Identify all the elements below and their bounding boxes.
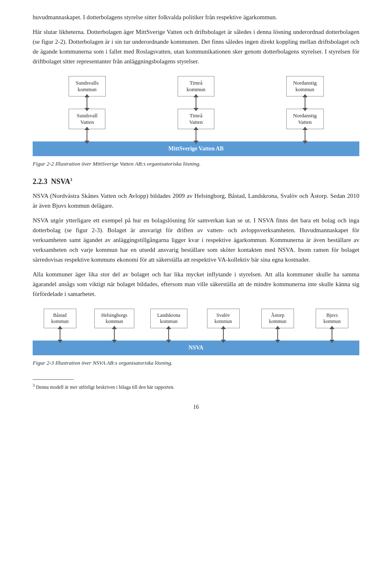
diagram1-col-2: Timrå kommun Timrå Vatten bbox=[142, 76, 251, 141]
box-timra-kommun: Timrå kommun bbox=[178, 76, 214, 96]
diagram-nsva: Båstad kommun Helsingborgs kommun Landsk… bbox=[33, 309, 359, 355]
diagram2-caption: Figur 2-3 Illustration över NSVA AB:s or… bbox=[33, 359, 359, 368]
diagram2-col-3: Landskrona kommun bbox=[142, 309, 196, 341]
box-nordanstig-kommun: Nordanstig kommun bbox=[286, 76, 324, 96]
diagram1-caption: Figur 2-2 Illustration över MittSverige … bbox=[33, 159, 359, 168]
box-landskrona-kommun: Landskrona kommun bbox=[150, 309, 187, 328]
diagram1-col-1: Sundsvalls kommun Sundsvall Vatten bbox=[33, 76, 142, 141]
paragraph-1: huvudmannaskapet. I dotterbolagens styre… bbox=[33, 12, 359, 22]
diagram2-col-4: Svalöv kommun bbox=[196, 309, 250, 341]
paragraph-3: NSVA (Nordvästra Skånes Vatten och Avlop… bbox=[33, 191, 359, 211]
page-content: huvudmannaskapet. I dotterbolagens styre… bbox=[33, 12, 359, 410]
box-sundsvall-vatten: Sundsvall Vatten bbox=[69, 109, 105, 129]
arrow-2b bbox=[196, 129, 196, 141]
arrow-d2-6 bbox=[332, 328, 332, 341]
arrow-3 bbox=[305, 96, 305, 109]
box-svalov-kommun: Svalöv kommun bbox=[207, 309, 240, 328]
paragraph-2: Här slutar likheterna. Dotterbolagen äge… bbox=[33, 27, 359, 66]
diagram2-bottom-bar: NSVA bbox=[33, 341, 359, 355]
box-astorp-kommun: Åstorp kommun bbox=[261, 309, 294, 328]
arrow-3b bbox=[305, 129, 305, 141]
diagram2-col-5: Åstorp kommun bbox=[250, 309, 305, 341]
arrow-1 bbox=[87, 96, 87, 109]
arrow-d2-1 bbox=[60, 328, 60, 341]
arrow-d2-4 bbox=[223, 328, 224, 341]
diagram2-col-1: Båstad kommun bbox=[33, 309, 87, 341]
box-timra-vatten: Timrå Vatten bbox=[178, 109, 214, 129]
arrow-d2-2 bbox=[114, 328, 115, 341]
box-bjuvs-kommun: Bjuvs kommun bbox=[316, 309, 348, 328]
section-heading-nsva: 2.2.3 NSVA3 bbox=[33, 177, 359, 187]
arrow-d2-5 bbox=[277, 328, 278, 341]
box-helsingborgs-kommun: Helsingborgs kommun bbox=[94, 309, 134, 328]
paragraph-4: NSVA utgör ytterligare ett exempel på hu… bbox=[33, 215, 359, 264]
paragraph-5: Alla kommuner äger lika stor del av bola… bbox=[33, 269, 359, 299]
arrow-d2-3 bbox=[168, 328, 169, 341]
diagram2-col-6: Bjuvs kommun bbox=[305, 309, 359, 341]
footnote: 3 Denna modell är mer utförligt beskrive… bbox=[33, 382, 359, 391]
footnote-divider bbox=[33, 379, 74, 380]
box-nordanstig-vatten: Nordanstig Vatten bbox=[286, 109, 324, 129]
page-number: 16 bbox=[33, 404, 359, 410]
diagram2-top-row: Båstad kommun Helsingborgs kommun Landsk… bbox=[33, 309, 359, 341]
arrow-1b bbox=[87, 129, 87, 141]
diagram2-col-2: Helsingborgs kommun bbox=[87, 309, 141, 341]
diagram-mittverige: Sundsvalls kommun Sundsvall Vatten Timrå… bbox=[33, 76, 359, 156]
box-bastad-kommun: Båstad kommun bbox=[44, 309, 76, 328]
box-sundsvalls-kommun: Sundsvalls kommun bbox=[69, 76, 105, 96]
arrow-2 bbox=[196, 96, 196, 109]
diagram1-top-row: Sundsvalls kommun Sundsvall Vatten Timrå… bbox=[33, 76, 359, 141]
diagram1-col-3: Nordanstig kommun Nordanstig Vatten bbox=[250, 76, 359, 141]
